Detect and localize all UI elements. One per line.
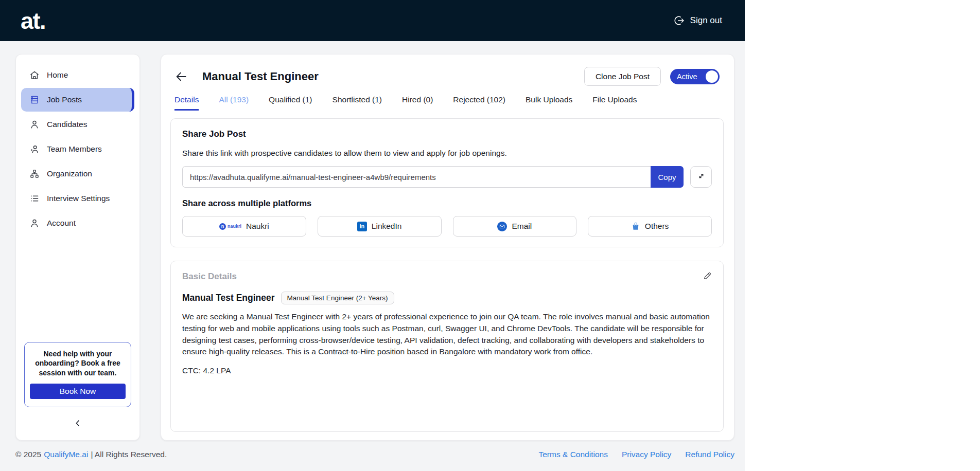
platform-label: LinkedIn [372, 222, 402, 231]
edit-pencil-icon[interactable] [703, 271, 712, 283]
job-title: Manual Test Engineer [182, 293, 275, 303]
share-platforms-row: n naukri Naukri in LinkedIn [182, 216, 712, 237]
active-toggle[interactable]: Active [670, 69, 720, 84]
sign-out-button[interactable]: Sign out [674, 15, 722, 26]
share-naukri-button[interactable]: n naukri Naukri [182, 216, 306, 237]
sidebar-item-organization[interactable]: Organization [21, 162, 134, 186]
tab-file-uploads[interactable]: File Uploads [592, 95, 637, 111]
job-description: We are seeking a Manual Test Engineer wi… [182, 311, 712, 358]
sidebar: Home Job Posts [15, 54, 140, 441]
content-area: Home Job Posts [0, 41, 745, 441]
platform-label: Email [512, 222, 532, 231]
tab-qualified[interactable]: Qualified (1) [269, 95, 312, 111]
clone-job-post-button[interactable]: Clone Job Post [584, 67, 661, 86]
page-title: Manual Test Engineer [202, 70, 319, 83]
share-linkedin-button[interactable]: in LinkedIn [318, 216, 442, 237]
sidebar-item-label: Team Members [47, 144, 102, 154]
tab-details[interactable]: Details [174, 95, 199, 111]
basic-details-header: Basic Details [182, 271, 712, 283]
privacy-policy-link[interactable]: Privacy Policy [622, 450, 671, 459]
footer: © 2025 QualifyMe.ai | All Rights Reserve… [0, 441, 745, 471]
share-link-row: Copy [182, 166, 712, 188]
email-icon [497, 222, 507, 231]
sidebar-item-account[interactable]: Account [21, 211, 134, 235]
interview-settings-icon [29, 193, 40, 204]
tab-hired[interactable]: Hired (0) [402, 95, 433, 111]
sign-out-icon [674, 15, 685, 26]
copyright-prefix: © 2025 [15, 450, 41, 459]
share-job-post-section: Share Job Post Share this link with pros… [170, 118, 724, 247]
sidebar-item-label: Organization [47, 169, 92, 178]
sidebar-spacer [16, 236, 139, 342]
job-post-tabs: Details All (193) Qualified (1) Shortlis… [174, 95, 720, 111]
platform-label: Others [645, 222, 669, 231]
job-title-badge: Manual Test Engineer (2+ Years) [281, 292, 394, 304]
platform-label: Naukri [246, 222, 269, 231]
tab-all[interactable]: All (193) [219, 95, 249, 111]
toggle-knob [706, 70, 718, 83]
share-section-description: Share this link with prospective candida… [182, 149, 712, 158]
job-posts-icon [29, 95, 40, 105]
top-bar: at. Sign out [0, 0, 745, 41]
sidebar-item-label: Account [47, 219, 76, 228]
refund-policy-link[interactable]: Refund Policy [685, 450, 734, 459]
terms-conditions-link[interactable]: Terms & Conditions [539, 450, 608, 459]
job-post-header: Manual Test Engineer Clone Job Post Acti… [170, 67, 724, 86]
sidebar-item-label: Home [47, 70, 68, 80]
basic-details-title: Basic Details [182, 271, 237, 282]
copy-link-button[interactable]: Copy [651, 166, 684, 188]
book-now-button[interactable]: Book Now [30, 384, 126, 399]
sidebar-item-label: Job Posts [47, 95, 82, 104]
active-toggle-label: Active [677, 73, 697, 81]
linkedin-icon: in [357, 222, 367, 231]
brand-footer-link[interactable]: QualifyMe.ai [44, 450, 88, 459]
copyright-suffix: | All Rights Reserved. [91, 450, 167, 459]
ctc-value: CTC: 4.2 LPA [182, 366, 712, 375]
job-title-row: Manual Test Engineer Manual Test Enginee… [182, 292, 712, 304]
basic-details-section: Basic Details Manual Test Engineer Manua… [170, 261, 724, 432]
footer-links: Terms & Conditions Privacy Policy Refund… [539, 450, 735, 459]
sidebar-item-interview-settings[interactable]: Interview Settings [21, 187, 134, 210]
app-window: at. Sign out Home [0, 0, 745, 471]
share-section-title: Share Job Post [182, 129, 712, 139]
copyright-line: © 2025 QualifyMe.ai | All Rights Reserve… [15, 450, 167, 459]
sidebar-item-candidates[interactable]: Candidates [21, 113, 134, 136]
sidebar-item-label: Candidates [47, 120, 87, 129]
chevron-left-icon [73, 421, 82, 429]
onboarding-help-text: Need help with your onboarding? Book a f… [30, 349, 126, 377]
sidebar-item-team-members[interactable]: Team Members [21, 137, 134, 161]
share-platforms-title: Share across multiple platforms [182, 198, 712, 208]
sidebar-collapse-button[interactable] [16, 410, 139, 434]
account-icon [29, 218, 40, 228]
tab-shortlisted[interactable]: Shortlisted (1) [332, 95, 382, 111]
onboarding-help-box: Need help with your onboarding? Book a f… [24, 342, 131, 407]
brand-logo[interactable]: at. [21, 9, 45, 32]
share-link-input[interactable] [182, 166, 651, 188]
share-email-button[interactable]: Email [453, 216, 577, 237]
expand-link-button[interactable] [690, 166, 712, 188]
sidebar-item-job-posts[interactable]: Job Posts [21, 88, 134, 112]
job-post-panel: Manual Test Engineer Clone Job Post Acti… [161, 54, 734, 441]
back-arrow-icon[interactable] [174, 70, 188, 83]
expand-diagonal-icon [697, 172, 706, 182]
sign-out-label: Sign out [690, 15, 722, 26]
share-others-button[interactable]: Others [588, 216, 712, 237]
sidebar-item-home[interactable]: Home [21, 63, 134, 87]
tab-rejected[interactable]: Rejected (102) [453, 95, 505, 111]
home-icon [29, 70, 40, 80]
others-bag-icon [631, 222, 640, 231]
sidebar-item-label: Interview Settings [47, 194, 110, 203]
tab-bulk-uploads[interactable]: Bulk Uploads [526, 95, 572, 111]
team-members-icon [29, 144, 40, 154]
organization-icon [29, 169, 40, 179]
candidates-icon [29, 119, 40, 130]
naukri-icon: n naukri [219, 223, 241, 230]
